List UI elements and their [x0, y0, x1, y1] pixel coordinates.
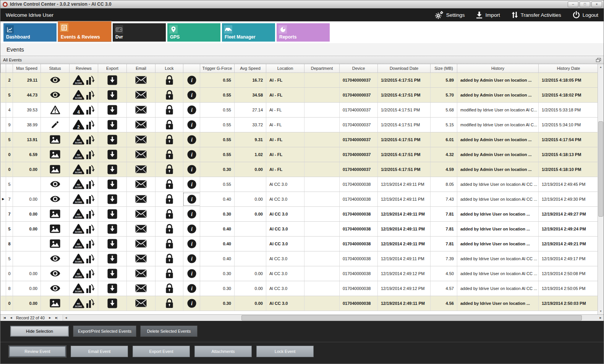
column-header-export[interactable]: Export	[98, 64, 127, 72]
padlock-icon[interactable]	[165, 164, 173, 174]
email-event-button[interactable]: Email Event	[71, 346, 128, 357]
popout-icon[interactable]	[596, 58, 601, 62]
prev-record-button[interactable]: ◀	[8, 315, 14, 321]
info-circle-icon[interactable]: i	[187, 239, 196, 248]
event-row[interactable]: 50.00NOSCOREi0.40Al CC 3.001704000003812…	[1, 221, 599, 236]
tab-fleet-manager[interactable]: Fleet Manager	[222, 23, 275, 42]
review-chart-icon[interactable]	[86, 150, 95, 159]
lock-event-button[interactable]: Lock Event	[256, 346, 314, 357]
event-row[interactable]: 06.59NOSCOREi0.551.02Al - FL017040000037…	[1, 147, 599, 162]
event-row[interactable]: 229.11NOSCOREi0.5516.72Al - FL0170400000…	[1, 72, 599, 87]
review-chart-icon[interactable]	[86, 209, 95, 219]
column-header-department[interactable]: Department	[304, 64, 340, 72]
email-envelope-icon[interactable]	[135, 195, 147, 203]
email-envelope-icon[interactable]	[135, 299, 147, 307]
email-envelope-icon[interactable]	[135, 254, 147, 263]
email-envelope-icon[interactable]	[135, 106, 147, 114]
review-chart-icon[interactable]	[86, 120, 95, 130]
email-envelope-icon[interactable]	[135, 91, 147, 99]
info-circle-icon[interactable]: i	[187, 165, 196, 174]
review-chart-icon[interactable]	[86, 283, 95, 293]
no-score-badge[interactable]: NOSCORE	[73, 209, 84, 219]
review-chart-icon[interactable]	[86, 90, 95, 100]
event-row[interactable]: 938.992i0.5533.72Al - FL0170400000371/2/…	[1, 117, 599, 132]
email-envelope-icon[interactable]	[135, 269, 147, 277]
export-print-selected-events-button[interactable]: Export/Print Selected Events	[73, 325, 136, 337]
export-download-icon[interactable]	[107, 90, 117, 100]
email-envelope-icon[interactable]	[135, 225, 147, 233]
export-download-icon[interactable]	[107, 135, 117, 145]
export-event-button[interactable]: Export Event	[133, 346, 190, 357]
padlock-icon[interactable]	[165, 105, 173, 115]
review-event-button[interactable]: Review Event	[9, 346, 66, 357]
event-row[interactable]: 544.73NOSCOREi0.5534.58Al - FL0170400000…	[1, 87, 599, 102]
email-envelope-icon[interactable]	[135, 284, 147, 292]
export-download-icon[interactable]	[107, 105, 117, 115]
column-header-size-mb[interactable]: Size (MB)	[431, 64, 457, 72]
review-chart-icon[interactable]	[86, 298, 95, 308]
settings-button[interactable]: Settings	[435, 11, 465, 19]
export-download-icon[interactable]	[107, 283, 117, 293]
maximize-button[interactable]: □	[580, 2, 590, 7]
info-circle-icon[interactable]: i	[187, 105, 196, 114]
event-row[interactable]: 5NOSCOREi0.55Al CC 3.001704000003812/19/…	[1, 177, 599, 192]
info-circle-icon[interactable]: i	[187, 150, 196, 159]
no-score-badge[interactable]: NOSCORE	[73, 149, 84, 160]
info-circle-icon[interactable]: i	[187, 299, 196, 308]
scroll-down-icon[interactable]: ▼	[598, 308, 604, 314]
no-score-badge[interactable]: NOSCORE	[73, 75, 84, 85]
info-circle-icon[interactable]: i	[187, 195, 196, 204]
email-envelope-icon[interactable]	[135, 150, 147, 158]
event-row[interactable]: 439.534i0.5527.14Al - FL0170400000371/2/…	[1, 102, 599, 117]
export-download-icon[interactable]	[107, 120, 117, 130]
email-envelope-icon[interactable]	[135, 180, 147, 188]
no-score-badge[interactable]: NOSCORE	[73, 134, 84, 145]
event-row[interactable]: 00.00NOSCOREi0.300.00Al CC 3.00170400000…	[1, 266, 599, 281]
review-chart-icon[interactable]	[86, 164, 95, 174]
info-circle-icon[interactable]: i	[187, 269, 196, 278]
padlock-icon[interactable]	[165, 283, 173, 293]
padlock-icon[interactable]	[165, 120, 173, 130]
review-chart-icon[interactable]	[86, 194, 95, 204]
padlock-icon[interactable]	[165, 269, 173, 279]
scroll-right-icon[interactable]: ▶	[598, 315, 604, 321]
padlock-icon[interactable]	[165, 194, 173, 204]
delete-selected-events-button[interactable]: Delete Selected Events	[140, 325, 198, 337]
export-download-icon[interactable]	[107, 75, 117, 85]
column-header-location[interactable]: Location	[266, 64, 304, 72]
no-score-badge[interactable]: NOSCORE	[73, 283, 84, 294]
column-header-max-speed[interactable]: Max Speed	[13, 64, 41, 72]
info-circle-icon[interactable]: i	[187, 284, 196, 293]
column-header-info[interactable]	[183, 64, 200, 72]
export-download-icon[interactable]	[107, 150, 117, 159]
no-score-badge[interactable]: NOSCORE	[73, 253, 84, 264]
column-header-history[interactable]: History	[457, 64, 539, 72]
no-score-badge[interactable]: NOSCORE	[73, 224, 84, 234]
review-chart-icon[interactable]	[86, 254, 95, 264]
review-chart-icon[interactable]	[86, 179, 95, 189]
info-circle-icon[interactable]: i	[187, 254, 196, 263]
event-row[interactable]: 70.00NOSCOREi0.300.00Al CC 3.00170400000…	[1, 206, 599, 221]
info-circle-icon[interactable]: i	[187, 135, 196, 144]
export-download-icon[interactable]	[107, 164, 117, 174]
no-score-badge[interactable]: NOSCORE	[73, 268, 84, 279]
email-envelope-icon[interactable]	[135, 135, 147, 143]
column-header-email[interactable]: Email	[127, 64, 155, 72]
column-header-trigger-g-force[interactable]: Trigger G-Force	[200, 64, 235, 72]
event-row[interactable]: 5NOSCOREi0.40Al CC 3.001704000003812/19/…	[1, 251, 599, 266]
export-download-icon[interactable]	[107, 224, 117, 234]
info-circle-icon[interactable]: i	[187, 224, 196, 234]
column-header-device[interactable]: Device	[340, 64, 378, 72]
logout-button[interactable]: Logout	[573, 11, 598, 19]
event-row[interactable]: 00.00NOSCOREi0.300.00Al CC 3.00170400000…	[1, 296, 599, 311]
no-score-badge[interactable]: NOSCORE	[73, 194, 84, 205]
padlock-icon[interactable]	[165, 298, 173, 308]
export-download-icon[interactable]	[107, 194, 117, 204]
export-download-icon[interactable]	[107, 269, 117, 279]
email-envelope-icon[interactable]	[135, 76, 147, 84]
padlock-icon[interactable]	[165, 209, 173, 219]
padlock-icon[interactable]	[165, 90, 173, 100]
export-download-icon[interactable]	[107, 254, 117, 264]
event-row[interactable]: 80.00NOSCOREi0.300.00Al CC 3.00170400000…	[1, 281, 599, 296]
transfer-activities-button[interactable]: Transfer Activities	[512, 11, 561, 19]
